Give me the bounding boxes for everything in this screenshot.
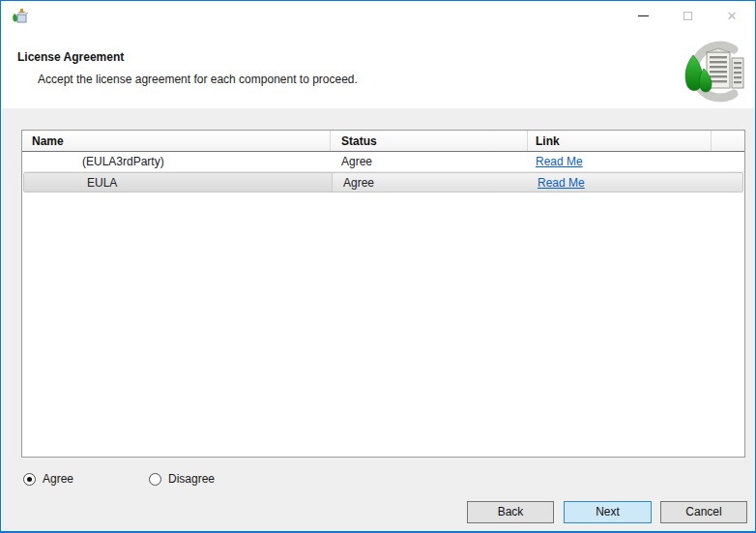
table-row-eula-selected[interactable]: EULA Agree Read Me bbox=[23, 172, 743, 192]
product-logo-icon bbox=[676, 40, 747, 104]
disagree-radio-option[interactable]: Disagree bbox=[149, 472, 215, 486]
table-header-row: Name Status Link bbox=[22, 131, 744, 152]
column-header-name[interactable]: Name bbox=[22, 131, 331, 151]
close-button[interactable]: ✕ bbox=[710, 1, 754, 31]
agree-radio-label: Agree bbox=[43, 472, 73, 486]
installer-window: ✕ License Agreement Accept the license a… bbox=[0, 0, 756, 533]
column-header-filler bbox=[712, 131, 744, 151]
cell-name[interactable]: EULA bbox=[24, 173, 333, 192]
column-header-link[interactable]: Link bbox=[528, 131, 712, 151]
window-controls: ✕ bbox=[621, 1, 754, 31]
content-area: Name Status Link (EULA3rdParty) Agree Re… bbox=[2, 108, 756, 532]
minimize-button[interactable] bbox=[621, 1, 665, 31]
readme-link[interactable]: Read Me bbox=[538, 176, 585, 190]
cell-status: Agree bbox=[331, 155, 528, 168]
maximize-button[interactable] bbox=[665, 1, 710, 31]
title-and-header-area: ✕ License Agreement Accept the license a… bbox=[2, 1, 754, 108]
disagree-radio-icon[interactable] bbox=[149, 473, 161, 486]
disagree-radio-label: Disagree bbox=[168, 472, 215, 486]
close-icon: ✕ bbox=[727, 10, 738, 22]
next-button[interactable]: Next bbox=[564, 501, 652, 523]
page-subtitle: Accept the license agreement for each co… bbox=[38, 73, 358, 86]
agree-radio-option[interactable]: Agree bbox=[23, 472, 73, 486]
page-title: License Agreement bbox=[17, 50, 124, 64]
cell-status: Agree bbox=[333, 176, 530, 190]
column-header-status[interactable]: Status bbox=[331, 131, 528, 151]
license-table: Name Status Link (EULA3rdParty) Agree Re… bbox=[21, 130, 745, 458]
readme-link[interactable]: Read Me bbox=[536, 155, 583, 168]
minimize-icon bbox=[638, 15, 649, 16]
cell-name[interactable]: (EULA3rdParty) bbox=[22, 152, 331, 171]
maximize-icon bbox=[683, 12, 692, 20]
back-button[interactable]: Back bbox=[467, 501, 554, 523]
cancel-button[interactable]: Cancel bbox=[660, 501, 747, 523]
table-row-eula3rdparty[interactable]: (EULA3rdParty) Agree Read Me bbox=[22, 152, 744, 172]
app-installer-icon bbox=[11, 8, 28, 25]
agree-radio-icon[interactable] bbox=[23, 473, 36, 486]
